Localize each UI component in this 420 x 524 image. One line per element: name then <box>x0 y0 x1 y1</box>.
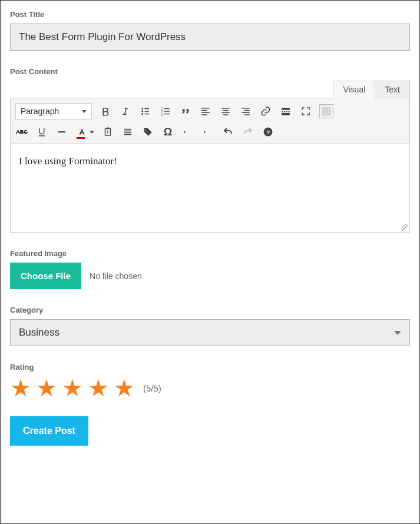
tab-text[interactable]: Text <box>375 81 410 98</box>
rating-display: (5/5) <box>143 383 161 393</box>
numbered-list-button[interactable]: 123 <box>159 105 172 118</box>
post-title-field: Post Title <box>10 10 410 51</box>
category-value: Business <box>19 327 59 339</box>
file-status-text: No file chosen <box>90 271 142 281</box>
svg-text:3: 3 <box>161 113 163 117</box>
post-content-field: Post Content Visual Text Paragraph 123 <box>10 67 410 233</box>
svg-rect-7 <box>282 113 290 115</box>
strikethrough-button[interactable]: ABC <box>15 129 28 135</box>
tab-visual[interactable]: Visual <box>333 81 375 98</box>
svg-point-2 <box>141 113 143 115</box>
bullet-list-button[interactable] <box>139 105 152 118</box>
paste-text-button[interactable]: T <box>101 125 114 138</box>
category-label: Category <box>10 306 410 314</box>
editor: Paragraph 123 <box>10 98 410 233</box>
submit-row: Create Post <box>10 416 410 446</box>
italic-button[interactable] <box>119 105 132 118</box>
svg-rect-12 <box>326 111 328 113</box>
choose-file-button[interactable]: Choose File <box>10 263 81 289</box>
paragraph-select-label: Paragraph <box>21 107 59 116</box>
star-4[interactable]: ★ <box>88 376 109 400</box>
post-content-label: Post Content <box>10 67 410 76</box>
editor-tabs: Visual Text <box>10 81 410 98</box>
link-button[interactable] <box>259 105 272 118</box>
align-left-button[interactable] <box>199 105 212 118</box>
text-color-icon <box>75 125 88 138</box>
indent-button[interactable] <box>201 125 214 138</box>
toolbar-toggle-button[interactable] <box>319 104 333 118</box>
star-2[interactable]: ★ <box>36 376 57 400</box>
fullscreen-button[interactable] <box>299 105 312 118</box>
horizontal-rule-button[interactable] <box>55 125 68 138</box>
editor-toolbar: Paragraph 123 <box>11 98 409 144</box>
align-right-button[interactable] <box>239 105 252 118</box>
post-title-input[interactable] <box>10 24 410 51</box>
help-button[interactable]: ? <box>262 125 275 138</box>
clear-formatting-button[interactable] <box>121 125 134 138</box>
rating-label: Rating <box>10 363 410 372</box>
editor-body-text: I love using Forminator! <box>19 155 117 167</box>
chevron-down-icon <box>394 331 401 335</box>
outdent-button[interactable] <box>181 125 194 138</box>
text-color-button[interactable] <box>75 125 94 138</box>
rating-field: Rating ★ ★ ★ ★ ★ (5/5) <box>10 363 410 400</box>
star-5[interactable]: ★ <box>114 376 135 400</box>
star-1[interactable]: ★ <box>10 376 31 400</box>
svg-point-1 <box>141 111 143 112</box>
featured-image-label: Featured Image <box>10 249 410 258</box>
redo-button[interactable] <box>242 125 254 138</box>
special-character-button[interactable]: Ω <box>161 125 174 138</box>
svg-text:T: T <box>107 130 110 134</box>
svg-rect-9 <box>324 109 326 111</box>
align-center-button[interactable] <box>219 105 232 118</box>
svg-point-0 <box>141 108 143 110</box>
paragraph-select[interactable]: Paragraph <box>15 103 92 120</box>
svg-text:?: ? <box>266 129 270 135</box>
tag-button[interactable] <box>141 125 154 138</box>
underline-button[interactable] <box>35 125 48 138</box>
editor-content-area[interactable]: I love using Forminator! <box>11 144 409 232</box>
star-3[interactable]: ★ <box>62 376 83 400</box>
svg-rect-6 <box>282 108 290 110</box>
svg-rect-14 <box>107 128 110 130</box>
svg-rect-10 <box>326 109 328 111</box>
resize-handle[interactable] <box>401 224 408 231</box>
blockquote-button[interactable] <box>179 105 192 118</box>
read-more-button[interactable] <box>279 105 292 118</box>
chevron-down-icon <box>82 110 87 113</box>
bold-button[interactable] <box>99 105 112 118</box>
undo-button[interactable] <box>221 125 234 138</box>
featured-image-field: Featured Image Choose File No file chose… <box>10 249 410 289</box>
category-field: Category Business <box>10 306 410 346</box>
chevron-down-icon <box>90 131 94 134</box>
post-title-label: Post Title <box>10 10 410 19</box>
category-select[interactable]: Business <box>10 319 410 346</box>
svg-rect-11 <box>324 111 326 113</box>
create-post-button[interactable]: Create Post <box>10 416 88 446</box>
